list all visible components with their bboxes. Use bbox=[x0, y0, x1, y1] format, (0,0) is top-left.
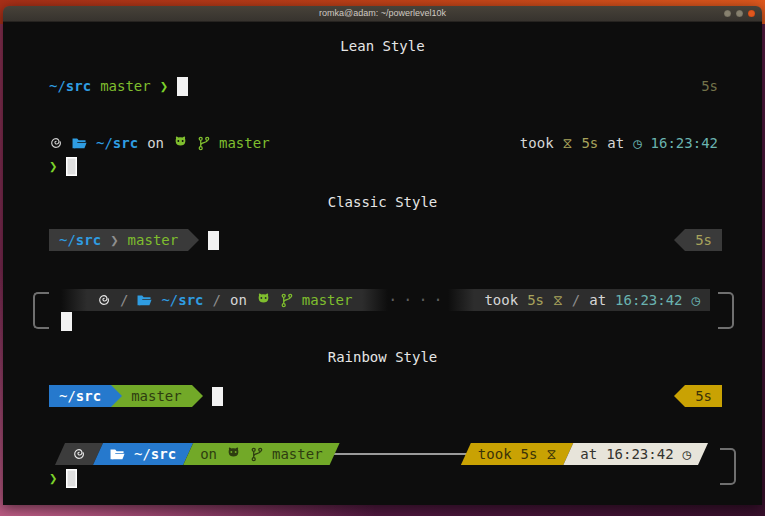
took-label: took bbox=[484, 292, 518, 308]
clock-icon: ◷ bbox=[633, 135, 641, 151]
powerline-arrow-icon bbox=[674, 229, 685, 251]
prompt-connection-line bbox=[334, 453, 467, 455]
clock-icon: ◷ bbox=[692, 292, 700, 308]
clock-icon: ◷ bbox=[683, 446, 691, 462]
close-button[interactable] bbox=[748, 10, 755, 17]
rainbow-prompt-short: ~/src master 5s bbox=[49, 385, 722, 407]
segment-fade bbox=[448, 289, 474, 311]
powerline-arrow-icon bbox=[111, 385, 122, 407]
os-icon bbox=[49, 136, 63, 150]
lean-style-heading: Lean Style bbox=[3, 38, 762, 54]
at-label: at bbox=[589, 292, 606, 308]
terminal-window: romka@adam: ~/powerlevel10k Lean Style ~… bbox=[3, 6, 762, 505]
at-label: at bbox=[580, 446, 597, 462]
lean-prompt-input-line: ❯ bbox=[49, 155, 718, 177]
text-cursor bbox=[212, 387, 223, 406]
octocat-icon bbox=[173, 136, 188, 150]
rainbow-prompt-full: ~/src on master took 5s ⧖ bbox=[55, 443, 708, 465]
segment-separator-icon: ❯ bbox=[110, 232, 118, 248]
lean-prompt-full: ~/src on master took ⧖ 5s at ◷ 1 bbox=[49, 132, 718, 154]
folder-icon bbox=[110, 448, 125, 461]
rainbow-style-heading: Rainbow Style bbox=[3, 349, 762, 365]
segment-fade bbox=[61, 289, 87, 311]
git-branch-label: master bbox=[128, 232, 179, 248]
on-label: on bbox=[147, 135, 164, 151]
prompt-frame-right bbox=[720, 448, 736, 485]
at-label: at bbox=[607, 135, 624, 151]
hourglass-icon: ⧖ bbox=[546, 446, 556, 463]
classic-style-heading: Classic Style bbox=[3, 194, 762, 210]
classic-prompt-full: / ~/src / on master bbox=[61, 289, 710, 311]
segment-separator: / bbox=[213, 292, 221, 308]
directory-path: ~/src bbox=[49, 78, 91, 94]
git-branch-icon bbox=[250, 447, 263, 462]
command-duration: 5s bbox=[695, 232, 712, 248]
directory-path: ~/src bbox=[96, 135, 138, 151]
directory-path: ~/src bbox=[59, 232, 101, 248]
titlebar[interactable]: romka@adam: ~/powerlevel10k bbox=[3, 6, 762, 22]
window-controls bbox=[724, 10, 755, 17]
minimize-button[interactable] bbox=[724, 10, 731, 17]
git-branch-label: master bbox=[219, 135, 270, 151]
classic-prompt-input-line bbox=[61, 310, 718, 332]
powerline-arrow-icon bbox=[188, 229, 199, 251]
command-duration: 5s bbox=[521, 446, 538, 462]
directory-path: ~/src bbox=[161, 292, 203, 308]
segment-separator: / bbox=[120, 292, 128, 308]
current-time: 16:23:42 bbox=[606, 446, 673, 462]
on-label: on bbox=[230, 292, 247, 308]
terminal-content[interactable]: Lean Style ~/src master ❯ 5s bbox=[3, 22, 762, 505]
octocat-icon bbox=[226, 447, 241, 461]
took-label: took bbox=[478, 446, 512, 462]
text-cursor bbox=[61, 312, 72, 331]
git-branch-label: master bbox=[100, 78, 151, 94]
prompt-connection-dots: ···· bbox=[388, 291, 448, 309]
git-branch-label: master bbox=[302, 292, 353, 308]
prompt-frame-left bbox=[33, 292, 49, 329]
directory-path: ~/src bbox=[59, 388, 101, 404]
os-icon bbox=[97, 293, 111, 307]
os-icon bbox=[72, 447, 86, 461]
command-duration: 5s bbox=[701, 78, 718, 94]
command-duration: 5s bbox=[527, 292, 544, 308]
maximize-button[interactable] bbox=[736, 10, 743, 17]
hourglass-icon: ⧖ bbox=[553, 292, 563, 309]
segment-fade bbox=[362, 289, 388, 311]
text-cursor bbox=[66, 157, 77, 176]
prompt-char: ❯ bbox=[49, 470, 57, 486]
window-title: romka@adam: ~/powerlevel10k bbox=[319, 9, 446, 18]
prompt-char: ❯ bbox=[160, 78, 168, 94]
command-duration: 5s bbox=[581, 135, 598, 151]
prompt-char: ❯ bbox=[49, 158, 57, 174]
prompt-frame-right bbox=[718, 292, 734, 329]
command-duration: 5s bbox=[695, 388, 712, 404]
git-branch-label: master bbox=[272, 446, 323, 462]
text-cursor bbox=[177, 77, 188, 96]
on-label: on bbox=[200, 446, 217, 462]
classic-prompt-short: ~/src ❯ master 5s bbox=[49, 229, 722, 251]
git-branch-icon bbox=[197, 136, 210, 151]
current-time: 16:23:42 bbox=[651, 135, 718, 151]
hourglass-icon: ⧖ bbox=[563, 135, 573, 152]
text-cursor bbox=[208, 231, 219, 250]
powerline-arrow-icon bbox=[674, 385, 685, 407]
rainbow-prompt-input-line: ❯ bbox=[49, 467, 718, 489]
git-branch-label: master bbox=[131, 388, 182, 404]
directory-path: ~/src bbox=[134, 446, 176, 462]
desktop-wallpaper: romka@adam: ~/powerlevel10k Lean Style ~… bbox=[0, 0, 765, 516]
git-branch-icon bbox=[280, 293, 293, 308]
took-label: took bbox=[520, 135, 554, 151]
folder-icon bbox=[137, 294, 152, 307]
text-cursor bbox=[66, 469, 77, 488]
folder-icon bbox=[72, 137, 87, 150]
current-time: 16:23:42 bbox=[615, 292, 682, 308]
powerline-arrow-icon bbox=[192, 385, 203, 407]
segment-separator: / bbox=[572, 292, 580, 308]
octocat-icon bbox=[256, 293, 271, 307]
lean-prompt-short: ~/src master ❯ 5s bbox=[49, 75, 718, 97]
